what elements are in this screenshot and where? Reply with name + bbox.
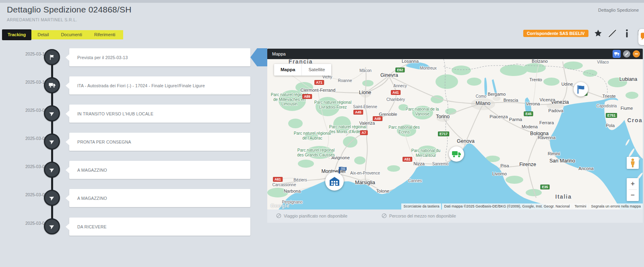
- road-badge: A45: [353, 110, 363, 115]
- zoom-out-button[interactable]: −: [627, 190, 639, 201]
- truck-marker[interactable]: [449, 146, 464, 162]
- tab-riferimenti[interactable]: Riferimenti: [88, 30, 122, 39]
- map-data-attribution: Dati mappa ©2025 GeoBasis-DE/BKG (©2009)…: [442, 203, 572, 209]
- card-tail: [66, 139, 69, 145]
- correspondent-badge: Corrispondente SAS BEELIV: [523, 30, 588, 37]
- toolbar: Corrispondente SAS BEELIV: [523, 28, 644, 39]
- road-badge: A89: [302, 94, 312, 99]
- truck-icon: [44, 77, 60, 93]
- street-view-pegman[interactable]: [627, 157, 639, 169]
- page: Dettaglio Spedizione Dettaglio Spedizion…: [0, 0, 644, 267]
- page-title: Dettaglio Spedizione 024868/SH: [7, 5, 132, 14]
- road-badge: E62: [395, 68, 405, 72]
- info-icon[interactable]: [622, 29, 632, 38]
- road-badge: E717: [438, 131, 449, 136]
- event-label: A MAGAZZINO: [77, 168, 107, 173]
- map-panel-title: Mappa: [272, 51, 286, 56]
- status-message-text: Viaggio pianificato non disponibile: [284, 214, 347, 218]
- road-badge: A7: [360, 130, 368, 135]
- report-error-link[interactable]: Segnala un errore nella mappa: [589, 203, 643, 209]
- event-label: Prevista per il 2025-03-13: [77, 55, 128, 60]
- event-card[interactable]: PRONTA PER CONSEGNA: [69, 133, 250, 151]
- send-icon: [44, 218, 60, 234]
- zoom-control: + −: [627, 178, 639, 201]
- edit-disabled-icon[interactable]: [608, 29, 617, 38]
- road-badge: E45: [524, 111, 533, 116]
- flag-marker[interactable]: [574, 82, 588, 97]
- google-watermark: Google: [270, 203, 289, 209]
- map-type-control: Mappa Satellite: [274, 64, 331, 76]
- event-card[interactable]: Prevista per il 2025-03-13: [69, 48, 250, 66]
- card-tail: [66, 224, 69, 230]
- card-tail: [66, 54, 69, 61]
- road-badge: E35: [540, 185, 549, 189]
- road-badge: A49: [373, 116, 382, 121]
- event-label: IN TRANSITO VERSO L'HUB LOCALE: [77, 111, 153, 116]
- road-badge: A41: [391, 90, 400, 95]
- breadcrumb: Dettaglio Spedizione: [598, 8, 639, 12]
- road-badge: A51: [402, 157, 412, 162]
- tab-tracking[interactable]: Tracking: [2, 29, 31, 40]
- event-card[interactable]: DA RICEVERE: [69, 218, 250, 236]
- card-tail: [66, 167, 69, 173]
- status-message: Percorso del mezzo non disponibile: [382, 213, 456, 218]
- event-label: ITA - Autostrada dei Fiori (-) - 17024 -…: [77, 83, 205, 88]
- keyboard-shortcuts-link[interactable]: Scorciatoie da tastiera: [401, 203, 441, 209]
- tab-detail[interactable]: Detail: [31, 30, 55, 39]
- map-type-map-button[interactable]: Mappa: [274, 64, 302, 76]
- map-canvas[interactable]: Mappa Satellite + − Google Scorciatoie d…: [267, 59, 643, 209]
- card-tail: [66, 195, 69, 201]
- not-available-icon: [276, 213, 281, 218]
- event-label: DA RICEVERE: [77, 224, 107, 229]
- destination-flag-icon: [339, 166, 347, 176]
- timeline: 2025-03-13Prevista per il 2025-03-132025…: [0, 44, 267, 267]
- page-subtitle: ARREDAMENTI MARTINEL S.R.L.: [7, 17, 77, 22]
- send-icon: [44, 190, 60, 206]
- event-card[interactable]: A MAGAZZINO: [69, 161, 250, 179]
- edit-map-icon[interactable]: [623, 50, 630, 58]
- map-attribution: Scorciatoie da tastiera Dati mappa ©2025…: [401, 203, 643, 209]
- status-message: Viaggio pianificato non disponibile: [276, 213, 347, 218]
- card-tail: [66, 111, 69, 117]
- zoom-in-button[interactable]: +: [627, 178, 639, 189]
- flag-icon: [44, 49, 60, 65]
- road-badge: E751: [606, 113, 617, 118]
- road-badge: A71: [314, 80, 324, 85]
- road-badge: A61: [273, 177, 283, 182]
- send-icon: [44, 162, 60, 178]
- terms-link[interactable]: Termini: [572, 203, 588, 209]
- map-panel-header: Mappa: [267, 49, 643, 59]
- chat-bubble-icon: [640, 32, 644, 42]
- chat-button[interactable]: [638, 29, 644, 45]
- send-icon: [44, 105, 60, 121]
- warehouse-marker[interactable]: [325, 172, 344, 191]
- current-position-arrow: [250, 48, 267, 66]
- event-card[interactable]: ITA - Autostrada dei Fiori (-) - 17024 -…: [69, 76, 250, 94]
- map-type-satellite-button[interactable]: Satellite: [302, 64, 331, 76]
- event-card[interactable]: A MAGAZZINO: [69, 189, 250, 207]
- send-icon: [44, 134, 60, 150]
- status-row: Viaggio pianificato non disponibilePerco…: [267, 209, 643, 223]
- favorite-star-icon[interactable]: [593, 29, 603, 38]
- map-panel: Mappa: [267, 49, 643, 223]
- tab-documenti[interactable]: Documenti: [55, 30, 88, 39]
- event-label: A MAGAZZINO: [77, 196, 107, 201]
- window-top-strip: [0, 0, 644, 3]
- collapse-panel-icon[interactable]: [633, 50, 640, 58]
- event-card[interactable]: IN TRANSITO VERSO L'HUB LOCALE: [69, 105, 250, 123]
- status-message-text: Percorso del mezzo non disponibile: [389, 214, 456, 218]
- tab-bar: TrackingDetailDocumentiRiferimenti: [2, 30, 123, 39]
- not-available-icon: [382, 213, 387, 218]
- vehicle-route-icon[interactable]: [613, 50, 621, 58]
- card-tail: [66, 82, 69, 89]
- event-label: PRONTA PER CONSEGNA: [77, 140, 131, 144]
